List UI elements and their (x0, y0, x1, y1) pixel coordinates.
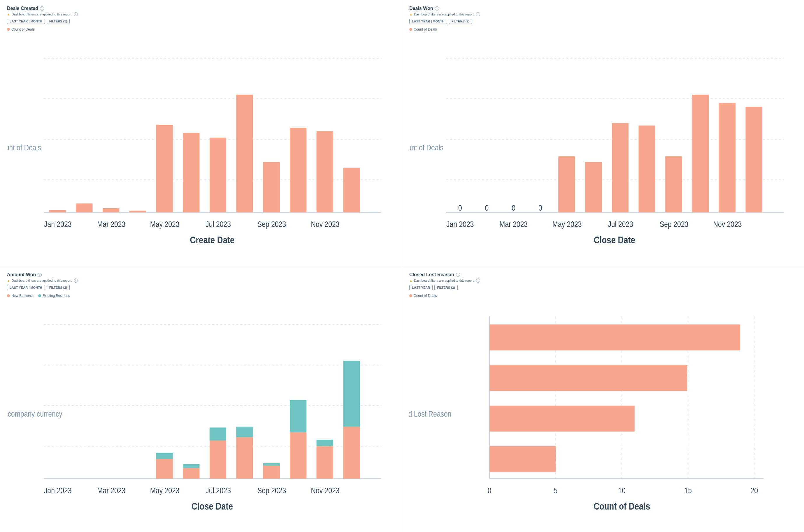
svg-text:May 2023: May 2023 (150, 220, 180, 229)
svg-text:Close Date: Close Date (594, 234, 635, 245)
deals-created-chart: Count of Deals (7, 34, 395, 261)
amount-won-title: Amount Won i (7, 272, 395, 277)
deals-won-title: Deals Won i (409, 6, 797, 11)
deals-created-title: Deals Created i (7, 6, 395, 11)
svg-rect-6 (49, 210, 66, 212)
y-axis-label: Count of Deals (7, 143, 41, 152)
closed-lost-filters: LAST YEAR FILTERS (2) (409, 285, 797, 290)
svg-rect-64 (290, 432, 306, 479)
legend-dot-existing-biz (38, 294, 41, 297)
warning-icon-4: ▲ (409, 279, 412, 282)
closed-lost-chart: Closed Lost Reason 0 (409, 300, 797, 527)
svg-rect-14 (263, 162, 280, 212)
filter-count-badge-4[interactable]: FILTERS (2) (434, 285, 458, 290)
warning-info-icon-4[interactable]: i (476, 279, 480, 283)
closed-lost-warning: ▲ Dashboard filters are applied to this … (409, 279, 797, 283)
svg-text:0: 0 (538, 203, 542, 212)
warning-info-icon-3[interactable]: i (74, 279, 78, 283)
amount-won-warning: ▲ Dashboard filters are applied to this … (7, 279, 395, 283)
closed-lost-legend: Count of Deals (409, 294, 797, 298)
legend-count-deals: Count of Deals (7, 27, 34, 32)
deals-created-filters: LAST YEAR | MONTH FILTERS (1) (7, 19, 395, 24)
svg-rect-16 (317, 131, 333, 212)
closed-lost-title: Closed Lost Reason i (409, 272, 797, 277)
svg-text:Nov 2023: Nov 2023 (311, 220, 339, 229)
legend-count-deals-3: Count of Deals (409, 294, 437, 298)
svg-text:Create Date: Create Date (190, 234, 235, 245)
svg-rect-9 (129, 211, 146, 212)
svg-rect-34 (558, 156, 575, 212)
svg-text:Nov 2023: Nov 2023 (713, 220, 742, 229)
svg-text:0: 0 (458, 203, 462, 212)
filter-count-badge-2[interactable]: FILTERS (2) (449, 19, 472, 24)
svg-text:Sep 2023: Sep 2023 (257, 486, 286, 495)
amount-won-chart: Amount in company currency (7, 300, 395, 527)
svg-rect-7 (76, 203, 92, 212)
legend-dot-salmon-2 (409, 28, 412, 31)
svg-rect-69 (343, 361, 360, 427)
closed-lost-info-icon[interactable]: i (456, 273, 460, 277)
filter-date-badge-3[interactable]: LAST YEAR | MONTH (7, 285, 45, 290)
filter-date-badge-2[interactable]: LAST YEAR | MONTH (409, 19, 447, 24)
svg-rect-12 (210, 138, 226, 212)
svg-rect-55 (156, 453, 173, 459)
svg-rect-36 (612, 123, 629, 212)
deals-created-warning: ▲ Dashboard filters are applied to this … (7, 12, 395, 16)
y-axis-label-3: Amount in company currency (7, 409, 62, 418)
svg-rect-8 (102, 208, 119, 212)
svg-text:Nov 2023: Nov 2023 (311, 486, 339, 495)
svg-rect-63 (263, 463, 280, 466)
filter-count-badge-3[interactable]: FILTERS (2) (46, 285, 70, 290)
svg-rect-54 (156, 459, 173, 479)
svg-text:Jan 2023: Jan 2023 (446, 220, 474, 229)
legend-existing-business: Existing Business (38, 294, 70, 298)
svg-text:Sep 2023: Sep 2023 (257, 220, 286, 229)
legend-new-business: New Business (7, 294, 34, 298)
deals-created-panel: Deals Created i ▲ Dashboard filters are … (0, 0, 402, 266)
legend-dot-salmon-3 (409, 294, 412, 297)
svg-rect-60 (237, 437, 253, 479)
svg-rect-58 (210, 440, 226, 479)
deals-won-warning: ▲ Dashboard filters are applied to this … (409, 12, 797, 16)
svg-text:Jul 2023: Jul 2023 (206, 220, 231, 229)
deals-won-chart: Count of Deals 0 0 0 0 (409, 34, 797, 261)
svg-text:0: 0 (485, 203, 489, 212)
svg-text:Jul 2023: Jul 2023 (608, 220, 633, 229)
legend-dot-new-biz (7, 294, 10, 297)
warning-icon-2: ▲ (409, 13, 412, 16)
svg-text:Mar 2023: Mar 2023 (97, 486, 125, 495)
legend-dot-salmon (7, 28, 10, 31)
svg-rect-65 (290, 400, 306, 432)
amount-won-info-icon[interactable]: i (38, 273, 42, 277)
svg-rect-57 (183, 464, 200, 468)
svg-text:Count of Deals: Count of Deals (594, 500, 650, 511)
svg-text:Sep 2023: Sep 2023 (660, 220, 688, 229)
svg-rect-39 (692, 95, 709, 212)
filter-date-badge-4[interactable]: LAST YEAR (409, 285, 433, 290)
deals-won-filters: LAST YEAR | MONTH FILTERS (2) (409, 19, 797, 24)
svg-rect-84 (489, 325, 740, 350)
warning-icon: ▲ (7, 13, 10, 16)
deals-created-info-icon[interactable]: i (40, 6, 44, 11)
deals-won-info-icon[interactable]: i (435, 6, 439, 11)
svg-rect-38 (665, 156, 682, 212)
svg-text:Mar 2023: Mar 2023 (97, 220, 125, 229)
svg-rect-11 (183, 133, 200, 212)
svg-text:Jan 2023: Jan 2023 (44, 220, 71, 229)
svg-text:0: 0 (511, 203, 516, 212)
svg-rect-37 (639, 126, 655, 212)
warning-info-icon-2[interactable]: i (476, 12, 480, 16)
deals-won-panel: Deals Won i ▲ Dashboard filters are appl… (402, 0, 804, 266)
filter-count-badge[interactable]: FILTERS (1) (46, 19, 70, 24)
svg-rect-62 (263, 466, 280, 479)
warning-info-icon[interactable]: i (74, 12, 78, 16)
svg-rect-15 (290, 128, 306, 212)
svg-text:5: 5 (554, 486, 558, 495)
svg-rect-40 (719, 103, 735, 212)
legend-count-deals-2: Count of Deals (409, 27, 437, 32)
filter-date-badge[interactable]: LAST YEAR | MONTH (7, 19, 45, 24)
svg-rect-10 (156, 125, 173, 212)
amount-won-legend: New Business Existing Business (7, 294, 395, 298)
y-axis-label-4: Closed Lost Reason (409, 409, 451, 418)
svg-text:15: 15 (684, 486, 692, 495)
